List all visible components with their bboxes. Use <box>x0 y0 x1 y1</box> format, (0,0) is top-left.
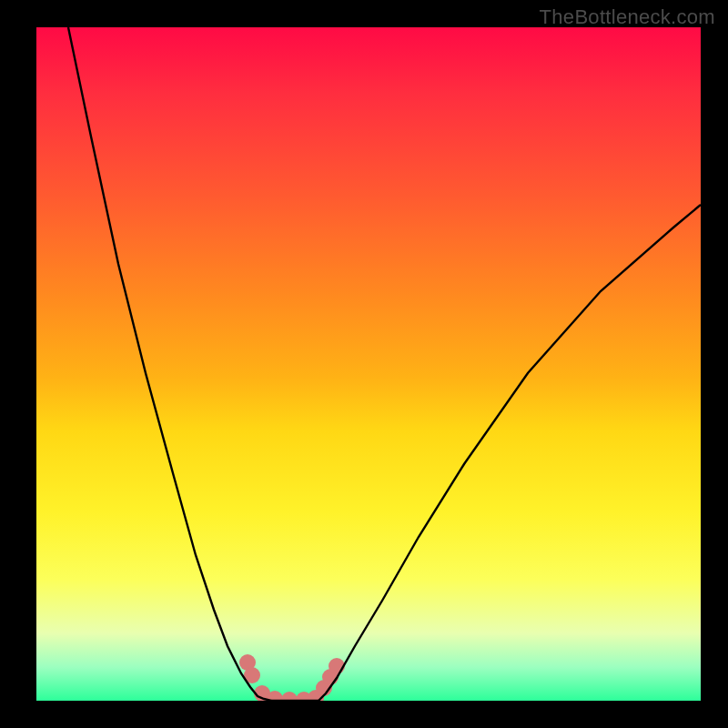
curve-left <box>68 27 271 701</box>
marker-dot <box>281 692 298 701</box>
watermark-text: TheBottleneck.com <box>540 5 715 29</box>
curve-right <box>318 205 701 701</box>
chart-frame: TheBottleneck.com <box>0 0 728 728</box>
curve-svg <box>36 27 701 701</box>
plot-area <box>36 27 701 701</box>
